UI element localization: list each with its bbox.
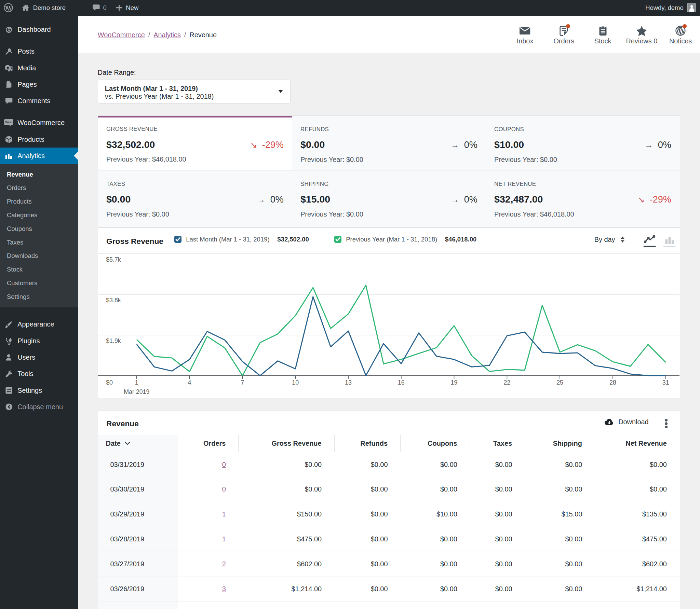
svg-text:4: 4 xyxy=(188,379,191,386)
svg-text:Mar 2019: Mar 2019 xyxy=(124,388,149,395)
svg-text:22: 22 xyxy=(503,379,510,386)
svg-text:13: 13 xyxy=(345,379,352,386)
svg-text:7: 7 xyxy=(241,379,244,386)
svg-text:$5.7k: $5.7k xyxy=(106,256,121,263)
svg-text:$0: $0 xyxy=(106,379,113,386)
svg-text:31: 31 xyxy=(662,379,669,386)
svg-text:1: 1 xyxy=(135,379,138,386)
svg-text:28: 28 xyxy=(609,379,616,386)
svg-text:19: 19 xyxy=(450,379,457,386)
svg-text:10: 10 xyxy=(292,379,299,386)
svg-text:Woo: Woo xyxy=(5,120,12,124)
svg-text:$3.8k: $3.8k xyxy=(106,297,121,304)
svg-text:16: 16 xyxy=(398,379,405,386)
svg-text:25: 25 xyxy=(556,379,563,386)
svg-text:$1.9k: $1.9k xyxy=(106,337,121,344)
